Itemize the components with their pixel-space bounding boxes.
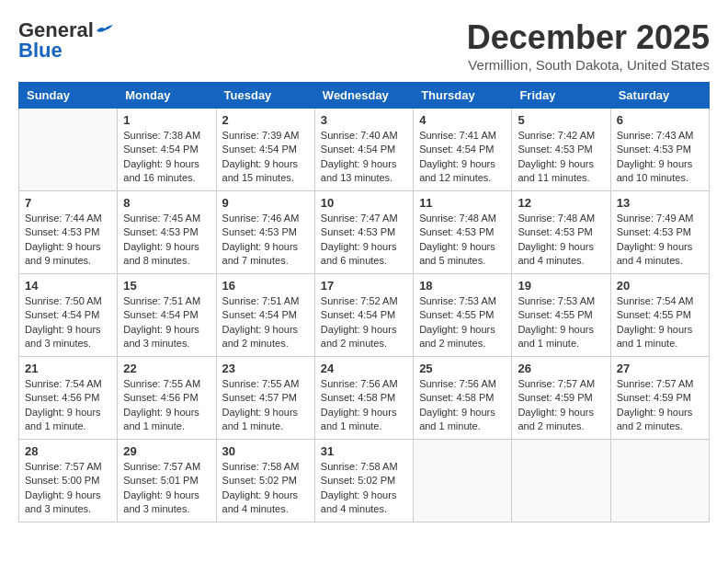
cell-info: Sunrise: 7:55 AMSunset: 4:57 PMDaylight:… bbox=[222, 377, 309, 434]
calendar-week-row: 28Sunrise: 7:57 AMSunset: 5:00 PMDayligh… bbox=[19, 440, 710, 523]
calendar-cell: 21Sunrise: 7:54 AMSunset: 4:56 PMDayligh… bbox=[19, 357, 118, 440]
cell-info: Sunrise: 7:57 AMSunset: 4:59 PMDaylight:… bbox=[518, 377, 604, 434]
page-header: General Blue December 2025 Vermillion, S… bbox=[18, 18, 710, 73]
cell-info: Sunrise: 7:47 AMSunset: 4:53 PMDaylight:… bbox=[321, 212, 407, 269]
calendar-cell: 26Sunrise: 7:57 AMSunset: 4:59 PMDayligh… bbox=[512, 357, 610, 440]
calendar-cell: 6Sunrise: 7:43 AMSunset: 4:53 PMDaylight… bbox=[610, 109, 709, 191]
calendar-week-row: 21Sunrise: 7:54 AMSunset: 4:56 PMDayligh… bbox=[19, 357, 710, 440]
day-number: 28 bbox=[25, 444, 111, 458]
cell-info: Sunrise: 7:46 AMSunset: 4:53 PMDaylight:… bbox=[222, 212, 309, 269]
day-number: 9 bbox=[222, 196, 309, 210]
day-number: 30 bbox=[222, 444, 309, 458]
day-number: 7 bbox=[25, 196, 111, 210]
day-number: 1 bbox=[123, 113, 210, 127]
day-number: 12 bbox=[518, 196, 604, 210]
day-number: 16 bbox=[222, 279, 309, 293]
column-header-sunday: Sunday bbox=[19, 83, 118, 109]
calendar-week-row: 1Sunrise: 7:38 AMSunset: 4:54 PMDaylight… bbox=[19, 109, 710, 191]
cell-info: Sunrise: 7:52 AMSunset: 4:54 PMDaylight:… bbox=[321, 294, 407, 351]
cell-info: Sunrise: 7:39 AMSunset: 4:54 PMDaylight:… bbox=[222, 129, 309, 186]
cell-info: Sunrise: 7:50 AMSunset: 4:54 PMDaylight:… bbox=[25, 294, 111, 351]
day-number: 2 bbox=[222, 113, 309, 127]
column-header-tuesday: Tuesday bbox=[216, 83, 314, 109]
cell-info: Sunrise: 7:44 AMSunset: 4:53 PMDaylight:… bbox=[25, 212, 111, 269]
calendar-cell: 13Sunrise: 7:49 AMSunset: 4:53 PMDayligh… bbox=[610, 191, 709, 274]
day-number: 13 bbox=[617, 196, 703, 210]
day-number: 8 bbox=[123, 196, 210, 210]
calendar-week-row: 14Sunrise: 7:50 AMSunset: 4:54 PMDayligh… bbox=[19, 274, 710, 357]
calendar-cell: 25Sunrise: 7:56 AMSunset: 4:58 PMDayligh… bbox=[414, 357, 512, 440]
calendar-cell: 17Sunrise: 7:52 AMSunset: 4:54 PMDayligh… bbox=[314, 274, 413, 357]
column-header-saturday: Saturday bbox=[610, 83, 709, 109]
day-number: 5 bbox=[518, 113, 604, 127]
month-title: December 2025 bbox=[467, 18, 710, 57]
day-number: 20 bbox=[617, 279, 703, 293]
calendar-cell bbox=[19, 109, 118, 191]
calendar-cell: 10Sunrise: 7:47 AMSunset: 4:53 PMDayligh… bbox=[314, 191, 413, 274]
cell-info: Sunrise: 7:51 AMSunset: 4:54 PMDaylight:… bbox=[123, 294, 210, 351]
logo: General Blue bbox=[18, 18, 116, 63]
cell-info: Sunrise: 7:49 AMSunset: 4:53 PMDaylight:… bbox=[617, 212, 703, 269]
calendar-cell: 20Sunrise: 7:54 AMSunset: 4:55 PMDayligh… bbox=[610, 274, 709, 357]
calendar-cell: 3Sunrise: 7:40 AMSunset: 4:54 PMDaylight… bbox=[314, 109, 413, 191]
title-area: December 2025 Vermillion, South Dakota, … bbox=[467, 18, 710, 73]
day-number: 29 bbox=[123, 444, 210, 458]
cell-info: Sunrise: 7:57 AMSunset: 5:00 PMDaylight:… bbox=[25, 460, 111, 517]
calendar-cell: 5Sunrise: 7:42 AMSunset: 4:53 PMDaylight… bbox=[512, 109, 610, 191]
calendar-cell: 8Sunrise: 7:45 AMSunset: 4:53 PMDaylight… bbox=[118, 191, 216, 274]
column-header-thursday: Thursday bbox=[414, 83, 512, 109]
cell-info: Sunrise: 7:41 AMSunset: 4:54 PMDaylight:… bbox=[419, 129, 506, 186]
day-number: 10 bbox=[321, 196, 407, 210]
day-number: 4 bbox=[419, 113, 506, 127]
calendar-cell: 1Sunrise: 7:38 AMSunset: 4:54 PMDaylight… bbox=[118, 109, 216, 191]
calendar-cell: 19Sunrise: 7:53 AMSunset: 4:55 PMDayligh… bbox=[512, 274, 610, 357]
day-number: 25 bbox=[419, 362, 506, 375]
cell-info: Sunrise: 7:42 AMSunset: 4:53 PMDaylight:… bbox=[518, 129, 604, 186]
day-number: 19 bbox=[518, 279, 604, 293]
calendar-cell bbox=[414, 440, 512, 523]
cell-info: Sunrise: 7:58 AMSunset: 5:02 PMDaylight:… bbox=[321, 460, 407, 517]
day-number: 17 bbox=[321, 279, 407, 293]
calendar-cell: 14Sunrise: 7:50 AMSunset: 4:54 PMDayligh… bbox=[19, 274, 118, 357]
day-number: 24 bbox=[321, 362, 407, 375]
calendar-week-row: 7Sunrise: 7:44 AMSunset: 4:53 PMDaylight… bbox=[19, 191, 710, 274]
location-subtitle: Vermillion, South Dakota, United States bbox=[467, 57, 710, 73]
logo-blue-text: Blue bbox=[18, 39, 63, 63]
column-header-monday: Monday bbox=[118, 83, 216, 109]
calendar-cell: 27Sunrise: 7:57 AMSunset: 4:59 PMDayligh… bbox=[610, 357, 709, 440]
calendar-cell: 15Sunrise: 7:51 AMSunset: 4:54 PMDayligh… bbox=[118, 274, 216, 357]
day-number: 31 bbox=[321, 444, 407, 458]
logo-bird-icon bbox=[95, 24, 115, 39]
day-number: 23 bbox=[222, 362, 309, 375]
cell-info: Sunrise: 7:53 AMSunset: 4:55 PMDaylight:… bbox=[419, 294, 506, 351]
cell-info: Sunrise: 7:58 AMSunset: 5:02 PMDaylight:… bbox=[222, 460, 309, 517]
column-header-friday: Friday bbox=[512, 83, 610, 109]
column-header-wednesday: Wednesday bbox=[314, 83, 413, 109]
day-number: 3 bbox=[321, 113, 407, 127]
calendar-cell: 24Sunrise: 7:56 AMSunset: 4:58 PMDayligh… bbox=[314, 357, 413, 440]
calendar-cell: 12Sunrise: 7:48 AMSunset: 4:53 PMDayligh… bbox=[512, 191, 610, 274]
cell-info: Sunrise: 7:56 AMSunset: 4:58 PMDaylight:… bbox=[419, 377, 506, 434]
cell-info: Sunrise: 7:57 AMSunset: 4:59 PMDaylight:… bbox=[617, 377, 703, 434]
cell-info: Sunrise: 7:53 AMSunset: 4:55 PMDaylight:… bbox=[518, 294, 604, 351]
calendar-cell: 29Sunrise: 7:57 AMSunset: 5:01 PMDayligh… bbox=[118, 440, 216, 523]
day-number: 18 bbox=[419, 279, 506, 293]
calendar-cell: 4Sunrise: 7:41 AMSunset: 4:54 PMDaylight… bbox=[414, 109, 512, 191]
cell-info: Sunrise: 7:54 AMSunset: 4:55 PMDaylight:… bbox=[617, 294, 703, 351]
calendar-cell: 30Sunrise: 7:58 AMSunset: 5:02 PMDayligh… bbox=[216, 440, 314, 523]
day-number: 6 bbox=[617, 113, 703, 127]
calendar-cell: 7Sunrise: 7:44 AMSunset: 4:53 PMDaylight… bbox=[19, 191, 118, 274]
cell-info: Sunrise: 7:51 AMSunset: 4:54 PMDaylight:… bbox=[222, 294, 309, 351]
calendar-cell bbox=[512, 440, 610, 523]
calendar-table: SundayMondayTuesdayWednesdayThursdayFrid… bbox=[18, 82, 710, 523]
calendar-cell: 9Sunrise: 7:46 AMSunset: 4:53 PMDaylight… bbox=[216, 191, 314, 274]
cell-info: Sunrise: 7:48 AMSunset: 4:53 PMDaylight:… bbox=[518, 212, 604, 269]
calendar-cell: 22Sunrise: 7:55 AMSunset: 4:56 PMDayligh… bbox=[118, 357, 216, 440]
day-number: 14 bbox=[25, 279, 111, 293]
calendar-cell: 2Sunrise: 7:39 AMSunset: 4:54 PMDaylight… bbox=[216, 109, 314, 191]
calendar-cell: 11Sunrise: 7:48 AMSunset: 4:53 PMDayligh… bbox=[414, 191, 512, 274]
day-number: 26 bbox=[518, 362, 604, 375]
calendar-cell: 23Sunrise: 7:55 AMSunset: 4:57 PMDayligh… bbox=[216, 357, 314, 440]
calendar-cell: 18Sunrise: 7:53 AMSunset: 4:55 PMDayligh… bbox=[414, 274, 512, 357]
cell-info: Sunrise: 7:40 AMSunset: 4:54 PMDaylight:… bbox=[321, 129, 407, 186]
